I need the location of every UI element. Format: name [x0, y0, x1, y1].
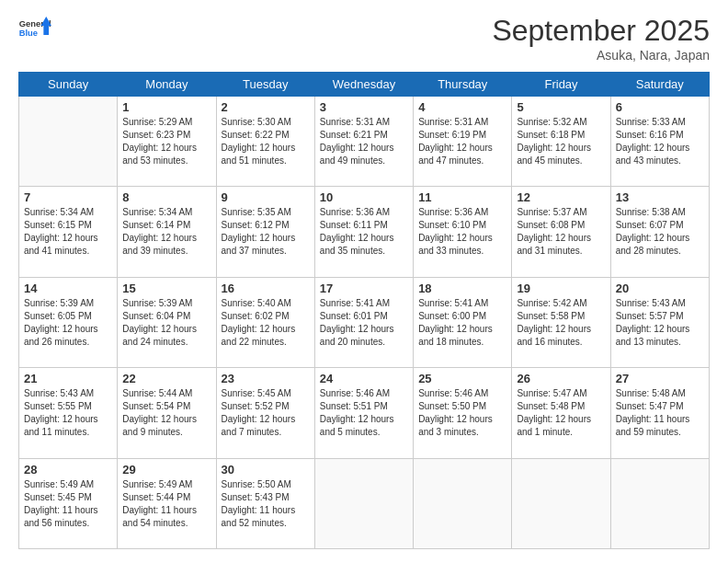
cell-details: Sunrise: 5:44 AM Sunset: 5:54 PM Dayligh…: [122, 387, 210, 439]
weekday-header-wednesday: Wednesday: [314, 73, 413, 97]
cell-details: Sunrise: 5:46 AM Sunset: 5:51 PM Dayligh…: [320, 387, 408, 439]
weekday-header-tuesday: Tuesday: [216, 73, 314, 97]
day-number: 21: [24, 372, 112, 385]
week-row-2: 14Sunrise: 5:39 AM Sunset: 6:05 PM Dayli…: [19, 277, 710, 367]
calendar-cell: 6Sunrise: 5:33 AM Sunset: 6:16 PM Daylig…: [610, 97, 709, 187]
day-number: 9: [222, 190, 310, 204]
calendar-cell: 15Sunrise: 5:39 AM Sunset: 6:04 PM Dayli…: [118, 277, 216, 367]
cell-details: Sunrise: 5:45 AM Sunset: 5:52 PM Dayligh…: [222, 387, 310, 439]
day-number: 8: [122, 190, 210, 204]
day-number: 3: [320, 100, 408, 114]
day-number: 20: [616, 282, 704, 295]
cell-details: Sunrise: 5:48 AM Sunset: 5:47 PM Dayligh…: [616, 387, 704, 439]
calendar-cell: 21Sunrise: 5:43 AM Sunset: 5:55 PM Dayli…: [19, 368, 118, 458]
weekday-header-monday: Monday: [118, 73, 216, 97]
calendar-cell: 25Sunrise: 5:46 AM Sunset: 5:50 PM Dayli…: [414, 368, 512, 458]
calendar-cell: 28Sunrise: 5:49 AM Sunset: 5:45 PM Dayli…: [19, 458, 118, 548]
day-number: 7: [24, 190, 112, 204]
page: General Blue September 2025 Asuka, Nara,…: [0, 0, 728, 563]
calendar-cell: 1Sunrise: 5:29 AM Sunset: 6:23 PM Daylig…: [118, 97, 216, 187]
logo-svg: General Blue: [18, 14, 51, 47]
calendar-cell: 18Sunrise: 5:41 AM Sunset: 6:00 PM Dayli…: [414, 277, 512, 367]
day-number: 12: [517, 190, 605, 204]
day-number: 22: [122, 372, 210, 385]
day-number: 5: [517, 100, 605, 114]
day-number: 17: [320, 282, 408, 295]
calendar-cell: 9Sunrise: 5:35 AM Sunset: 6:12 PM Daylig…: [216, 187, 314, 277]
week-row-3: 21Sunrise: 5:43 AM Sunset: 5:55 PM Dayli…: [19, 368, 710, 458]
cell-details: Sunrise: 5:47 AM Sunset: 5:48 PM Dayligh…: [517, 387, 605, 439]
day-number: 25: [418, 372, 506, 385]
calendar-cell: [610, 458, 709, 548]
day-number: 1: [122, 100, 210, 114]
cell-details: Sunrise: 5:36 AM Sunset: 6:10 PM Dayligh…: [418, 206, 506, 258]
cell-details: Sunrise: 5:42 AM Sunset: 5:58 PM Dayligh…: [517, 297, 605, 349]
day-number: 10: [320, 190, 408, 204]
calendar-cell: 22Sunrise: 5:44 AM Sunset: 5:54 PM Dayli…: [118, 368, 216, 458]
day-number: 4: [418, 100, 506, 114]
calendar-cell: 24Sunrise: 5:46 AM Sunset: 5:51 PM Dayli…: [314, 368, 413, 458]
cell-details: Sunrise: 5:38 AM Sunset: 6:07 PM Dayligh…: [616, 206, 704, 258]
calendar-cell: 20Sunrise: 5:43 AM Sunset: 5:57 PM Dayli…: [610, 277, 709, 367]
day-number: 27: [616, 372, 704, 385]
weekday-header-thursday: Thursday: [414, 73, 512, 97]
cell-details: Sunrise: 5:34 AM Sunset: 6:14 PM Dayligh…: [122, 206, 210, 258]
cell-details: Sunrise: 5:35 AM Sunset: 6:12 PM Dayligh…: [222, 206, 310, 258]
cell-details: Sunrise: 5:49 AM Sunset: 5:45 PM Dayligh…: [24, 478, 112, 530]
calendar-cell: 5Sunrise: 5:32 AM Sunset: 6:18 PM Daylig…: [512, 97, 610, 187]
calendar-cell: 19Sunrise: 5:42 AM Sunset: 5:58 PM Dayli…: [512, 277, 610, 367]
calendar-cell: 4Sunrise: 5:31 AM Sunset: 6:19 PM Daylig…: [414, 97, 512, 187]
cell-details: Sunrise: 5:29 AM Sunset: 6:23 PM Dayligh…: [122, 116, 210, 167]
calendar-cell: [314, 458, 413, 548]
cell-details: Sunrise: 5:37 AM Sunset: 6:08 PM Dayligh…: [517, 206, 605, 258]
calendar-cell: 29Sunrise: 5:49 AM Sunset: 5:44 PM Dayli…: [118, 458, 216, 548]
calendar-cell: 23Sunrise: 5:45 AM Sunset: 5:52 PM Dayli…: [216, 368, 314, 458]
calendar-cell: 16Sunrise: 5:40 AM Sunset: 6:02 PM Dayli…: [216, 277, 314, 367]
cell-details: Sunrise: 5:43 AM Sunset: 5:55 PM Dayligh…: [24, 387, 112, 439]
cell-details: Sunrise: 5:49 AM Sunset: 5:44 PM Dayligh…: [122, 478, 210, 530]
cell-details: Sunrise: 5:46 AM Sunset: 5:50 PM Dayligh…: [418, 387, 506, 439]
day-number: 19: [517, 282, 605, 295]
logo: General Blue: [18, 14, 51, 47]
calendar-cell: 2Sunrise: 5:30 AM Sunset: 6:22 PM Daylig…: [216, 97, 314, 187]
day-number: 2: [222, 100, 310, 114]
day-number: 26: [517, 372, 605, 385]
day-number: 24: [320, 372, 408, 385]
cell-details: Sunrise: 5:41 AM Sunset: 6:01 PM Dayligh…: [320, 297, 408, 349]
cell-details: Sunrise: 5:43 AM Sunset: 5:57 PM Dayligh…: [616, 297, 704, 349]
day-number: 18: [418, 282, 506, 295]
weekday-header-saturday: Saturday: [610, 73, 709, 97]
calendar-cell: 11Sunrise: 5:36 AM Sunset: 6:10 PM Dayli…: [414, 187, 512, 277]
weekday-header-sunday: Sunday: [19, 73, 118, 97]
calendar-cell: 30Sunrise: 5:50 AM Sunset: 5:43 PM Dayli…: [216, 458, 314, 548]
day-number: 6: [616, 100, 704, 114]
cell-details: Sunrise: 5:39 AM Sunset: 6:05 PM Dayligh…: [24, 297, 112, 349]
day-number: 15: [122, 282, 210, 295]
calendar-cell: 26Sunrise: 5:47 AM Sunset: 5:48 PM Dayli…: [512, 368, 610, 458]
weekday-header-friday: Friday: [512, 73, 610, 97]
day-number: 30: [222, 463, 310, 477]
calendar-cell: 12Sunrise: 5:37 AM Sunset: 6:08 PM Dayli…: [512, 187, 610, 277]
week-row-0: 1Sunrise: 5:29 AM Sunset: 6:23 PM Daylig…: [19, 97, 710, 187]
cell-details: Sunrise: 5:50 AM Sunset: 5:43 PM Dayligh…: [222, 478, 310, 530]
calendar-cell: 8Sunrise: 5:34 AM Sunset: 6:14 PM Daylig…: [118, 187, 216, 277]
day-number: 23: [222, 372, 310, 385]
cell-details: Sunrise: 5:32 AM Sunset: 6:18 PM Dayligh…: [517, 116, 605, 167]
header: General Blue September 2025 Asuka, Nara,…: [18, 14, 710, 63]
week-row-4: 28Sunrise: 5:49 AM Sunset: 5:45 PM Dayli…: [19, 458, 710, 548]
week-row-1: 7Sunrise: 5:34 AM Sunset: 6:15 PM Daylig…: [19, 187, 710, 277]
cell-details: Sunrise: 5:36 AM Sunset: 6:11 PM Dayligh…: [320, 206, 408, 258]
title-block: September 2025 Asuka, Nara, Japan: [492, 14, 710, 63]
calendar-cell: [19, 97, 118, 187]
svg-text:Blue: Blue: [19, 29, 38, 38]
calendar-cell: [512, 458, 610, 548]
location: Asuka, Nara, Japan: [492, 48, 710, 63]
month-title: September 2025: [492, 14, 710, 48]
cell-details: Sunrise: 5:31 AM Sunset: 6:19 PM Dayligh…: [418, 116, 506, 167]
calendar-cell: 17Sunrise: 5:41 AM Sunset: 6:01 PM Dayli…: [314, 277, 413, 367]
day-number: 11: [418, 190, 506, 204]
cell-details: Sunrise: 5:41 AM Sunset: 6:00 PM Dayligh…: [418, 297, 506, 349]
day-number: 29: [122, 463, 210, 477]
calendar-cell: 14Sunrise: 5:39 AM Sunset: 6:05 PM Dayli…: [19, 277, 118, 367]
day-number: 14: [24, 282, 112, 295]
